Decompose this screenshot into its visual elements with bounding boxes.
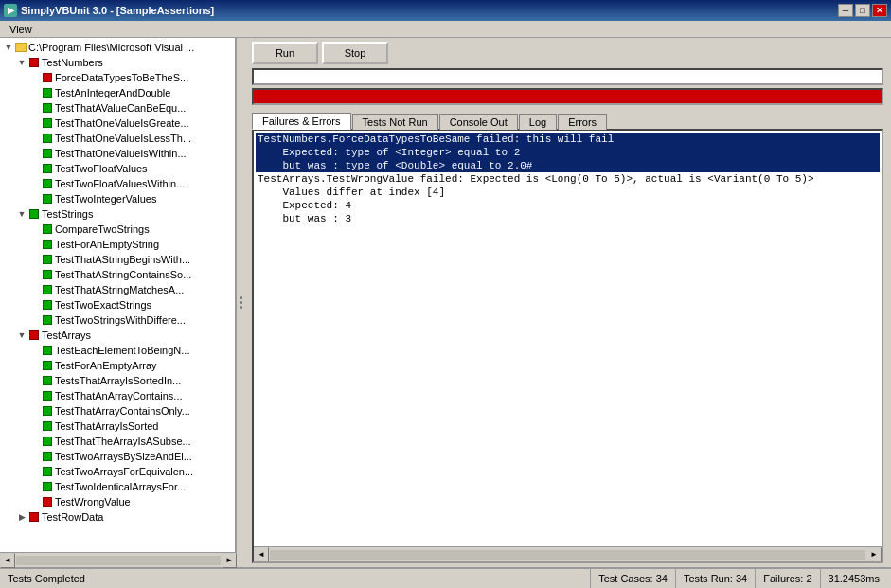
tree-item[interactable]: CompareTwoStrings	[2, 222, 233, 237]
result-row[interactable]: but was : type of <Double> equal to 2.0#	[256, 159, 880, 172]
stop-button[interactable]: Stop	[322, 42, 388, 64]
tree-icon	[42, 284, 53, 295]
tree-label: TestTwoExactStrings	[55, 299, 151, 311]
results-scroll-track[interactable]	[270, 550, 865, 560]
close-button[interactable]: ✕	[872, 4, 887, 17]
tree-item[interactable]: TestThatOneValueIsLessTh...	[2, 131, 233, 146]
tree-label: ForceDataTypesToBeTheS...	[55, 72, 188, 83]
tree-label: TestForAnEmptyString	[55, 239, 159, 250]
tree-item[interactable]: TestTwoStringsWithDiffere...	[2, 312, 233, 328]
tree-item[interactable]: ▶TestRowData	[2, 509, 233, 525]
tree-icon	[42, 269, 53, 280]
tree-item[interactable]: TestTwoIntegerValues	[2, 191, 233, 206]
progress-bar-green-outer	[252, 68, 883, 85]
tree-item[interactable]: TestForAnEmptyArray	[2, 358, 233, 373]
tab-notrun[interactable]: Tests Not Run	[352, 114, 438, 130]
tree-label: TestWrongValue	[55, 496, 131, 508]
results-panel: TestNumbers.ForceDataTypesToBeSame faile…	[252, 129, 883, 563]
result-row-text: Expected: type of <Integer> equal to 2	[256, 146, 522, 159]
tab-failures[interactable]: Failures & Errors	[252, 113, 351, 130]
tree-item[interactable]: TestThatArrayContainsOnly...	[2, 403, 233, 419]
tree-item[interactable]: ▼C:\Program Files\Microsoft Visual ...	[2, 40, 233, 55]
tree-item[interactable]: ▼TestNumbers	[2, 55, 233, 70]
maximize-button[interactable]: □	[855, 4, 870, 17]
minimize-button[interactable]: ─	[838, 4, 853, 17]
tree-item[interactable]: TestTwoFloatValues	[2, 161, 233, 176]
tree-item[interactable]: TestTwoExactStrings	[2, 297, 233, 312]
tab-console[interactable]: Console Out	[439, 114, 518, 130]
tree-expand-icon[interactable]: ▼	[2, 43, 15, 52]
tree-icon	[15, 42, 27, 53]
tree-item[interactable]: TestThatAStringBeginsWith...	[2, 252, 233, 267]
run-button[interactable]: Run	[252, 42, 318, 64]
tree-icon	[42, 87, 53, 98]
tree-item[interactable]: TestThatTheArrayIsASubse...	[2, 434, 233, 449]
tree-expand-icon[interactable]: ▼	[15, 330, 28, 340]
results-scroll-right[interactable]: ►	[866, 547, 882, 562]
tree-label: TestTwoArraysForEquivalen...	[55, 466, 193, 477]
tree-label: TestTwoIntegerValues	[55, 193, 156, 205]
tree-item[interactable]: TestThatAStringMatchesA...	[2, 282, 233, 297]
tree-item[interactable]: TestThatAnArrayContains...	[2, 388, 233, 403]
resize-handle[interactable]	[237, 38, 244, 567]
tree-item[interactable]: TestThatOneValueIsGreate...	[2, 116, 233, 131]
tree-icon	[42, 133, 53, 144]
status-bar: Tests Completed Test Cases: 34 Tests Run…	[0, 567, 891, 588]
progress-bar-red	[254, 90, 882, 103]
tree-label: TestThatOneValueIsGreate...	[55, 117, 189, 129]
tree-scrollbar[interactable]: ◄ ►	[0, 552, 237, 567]
tree-item[interactable]: ▼TestArrays	[2, 328, 233, 343]
tree-icon	[42, 466, 53, 477]
tree-label: TestEachElementToBeingN...	[55, 345, 189, 356]
menu-view[interactable]: View	[4, 23, 38, 36]
tree-label: TestTwoFloatValuesWithin...	[55, 178, 185, 189]
tree-icon	[42, 72, 53, 83]
result-row[interactable]: but was : 3	[256, 212, 880, 225]
tree-item[interactable]: TestTwoFloatValuesWithin...	[2, 176, 233, 191]
tree-item[interactable]: TestAnIntegerAndDouble	[2, 85, 233, 100]
result-row[interactable]: Values differ at index [4]	[256, 186, 880, 199]
results-scroll-left[interactable]: ◄	[254, 547, 269, 562]
tree-item[interactable]: ▼TestStrings	[2, 206, 233, 222]
tree-item[interactable]: TestThatArrayIsSorted	[2, 419, 233, 434]
tree-item[interactable]: TestTwoArraysBySizeAndEl...	[2, 449, 233, 464]
result-row[interactable]: Expected: 4	[256, 199, 880, 212]
tree-label: TestTwoIdenticalArraysFor...	[55, 481, 186, 492]
result-row[interactable]: TestNumbers.ForceDataTypesToBeSame faile…	[256, 133, 880, 146]
tree-expand-icon[interactable]: ▶	[15, 512, 28, 522]
tab-log[interactable]: Log	[519, 114, 557, 130]
tree-label: TestThatAValueCanBeEqu...	[55, 102, 186, 114]
tree-label: TestThatArrayContainsOnly...	[55, 405, 190, 417]
tree-item[interactable]: TestTwoIdenticalArraysFor...	[2, 479, 233, 494]
tree-item[interactable]: TestWrongValue	[2, 494, 233, 509]
tree-icon	[42, 420, 53, 432]
tree-item[interactable]: TestThatAValueCanBeEqu...	[2, 100, 233, 116]
scroll-track[interactable]	[16, 556, 221, 565]
tree-expand-icon[interactable]: ▼	[15, 209, 28, 219]
scroll-right-btn[interactable]: ►	[222, 553, 237, 568]
result-row[interactable]: TestArrays.TestWrongValue failed: Expect…	[256, 172, 880, 186]
tree-icon	[42, 299, 53, 311]
tree-label: TestsThatArrayIsSortedIn...	[55, 375, 181, 386]
tree-item[interactable]: TestsThatArrayIsSortedIn...	[2, 373, 233, 388]
scroll-left-btn[interactable]: ◄	[0, 553, 15, 568]
tree-item[interactable]: TestThatAStringContainsSo...	[2, 267, 233, 282]
title-bar-left: ▶ SimplyVBUnit 3.0 - [SampleAssertions]	[4, 4, 214, 17]
tree-expand-icon[interactable]: ▼	[15, 58, 28, 67]
tree-item[interactable]: TestTwoArraysForEquivalen...	[2, 464, 233, 479]
status-time: 31.2453ms	[821, 569, 887, 588]
tree-item[interactable]: TestEachElementToBeingN...	[2, 343, 233, 358]
tree-item[interactable]: ForceDataTypesToBeTheS...	[2, 70, 233, 85]
result-row[interactable]: Expected: type of <Integer> equal to 2	[256, 146, 880, 159]
tab-errors[interactable]: Errors	[558, 114, 607, 130]
tree-icon	[28, 511, 40, 523]
tree-container: ▼C:\Program Files\Microsoft Visual ...▼T…	[0, 38, 235, 526]
tree-label: TestThatTheArrayIsASubse...	[55, 436, 191, 447]
tree-item[interactable]: TestThatOneValueIsWithin...	[2, 146, 233, 161]
tree-icon	[42, 405, 53, 417]
tree-label: TestTwoStringsWithDiffere...	[55, 314, 186, 326]
tree-icon	[28, 208, 40, 220]
tree-label: TestThatAStringContainsSo...	[55, 269, 191, 280]
tree-item[interactable]: TestForAnEmptyString	[2, 237, 233, 252]
results-scrollbar[interactable]: ◄ ►	[254, 546, 882, 561]
